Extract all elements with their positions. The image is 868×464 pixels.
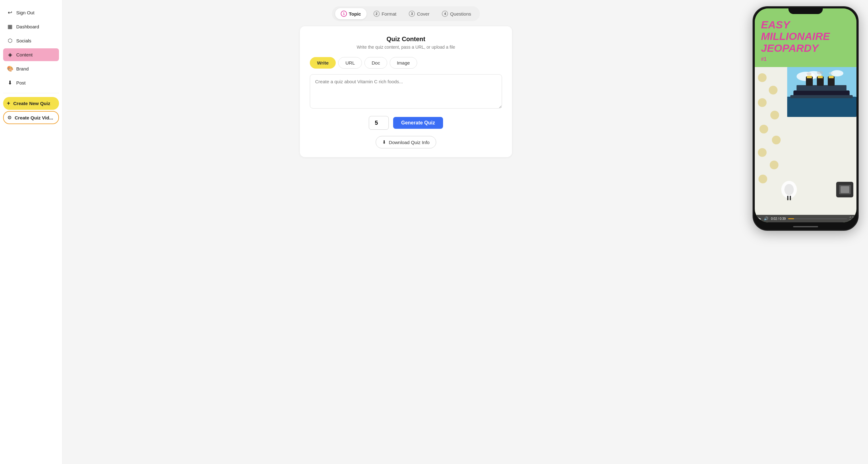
svg-rect-11 xyxy=(818,76,823,78)
content-icon: ◈ xyxy=(7,52,13,58)
svg-point-14 xyxy=(807,72,811,75)
svg-rect-13 xyxy=(829,76,834,78)
svg-rect-18 xyxy=(787,196,788,200)
phone-top-section: EASY MILLIONAIRE JEOPARDY #1 xyxy=(755,8,857,67)
sidebar-divider xyxy=(3,93,59,93)
phone-notch xyxy=(788,7,823,14)
tab-questions[interactable]: 4 Questions xyxy=(436,8,477,19)
phone-bottom-section: ▶ 🔊 0:02 / 0:39 ⛶ xyxy=(755,67,857,222)
quiz-card-title: Quiz Content xyxy=(310,36,502,43)
sign-out-icon: ↩ xyxy=(7,9,13,16)
quiz-content-textarea[interactable] xyxy=(310,74,502,108)
video-time: 0:02 / 0:39 xyxy=(771,217,786,221)
input-method-tabs: Write URL Doc Image xyxy=(310,57,502,69)
tab-num-topic: 1 xyxy=(341,10,347,17)
sidebar-item-content[interactable]: ◈ Content xyxy=(3,48,59,61)
create-new-quiz-button[interactable]: + Create New Quiz xyxy=(3,97,59,110)
sidebar-item-post[interactable]: ⬇ Post xyxy=(3,76,59,89)
input-tab-url[interactable]: URL xyxy=(338,57,362,69)
svg-point-20 xyxy=(784,184,794,195)
quiz-controls: Generate Quiz xyxy=(310,116,502,130)
video-progress-fill xyxy=(788,218,794,219)
sidebar-item-dashboard[interactable]: ▦ Dashboard xyxy=(3,20,59,33)
video-volume-icon[interactable]: 🔊 xyxy=(764,217,769,221)
svg-rect-7 xyxy=(797,85,846,91)
svg-rect-4 xyxy=(787,97,856,117)
tab-num-format: 2 xyxy=(373,10,380,17)
quiz-card-subtitle: Write the quiz content, pass a URL, or u… xyxy=(310,44,502,49)
quiz-content-card: Quiz Content Write the quiz content, pas… xyxy=(300,26,512,157)
svg-point-16 xyxy=(829,72,833,74)
sidebar-item-brand[interactable]: 🎨 Brand xyxy=(3,62,59,75)
input-tab-doc[interactable]: Doc xyxy=(365,57,387,69)
download-icon: ⬇ xyxy=(382,139,386,145)
svg-rect-6 xyxy=(790,95,853,98)
brand-icon: 🎨 xyxy=(7,65,13,72)
socials-icon: ⬡ xyxy=(7,37,13,44)
input-tab-image[interactable]: Image xyxy=(390,57,417,69)
video-play-icon[interactable]: ▶ xyxy=(758,216,761,221)
sidebar-item-sign-out[interactable]: ↩ Sign Out xyxy=(3,6,59,19)
phone-preview-badge: #1 xyxy=(761,57,850,62)
phone-preview-title: EASY MILLIONAIRE JEOPARDY xyxy=(761,19,850,54)
main-content: 1 Topic 2 Format 3 Cover 4 Questions Qui… xyxy=(62,0,749,464)
plus-icon: + xyxy=(7,100,10,107)
post-icon: ⬇ xyxy=(7,79,13,86)
input-tab-write[interactable]: Write xyxy=(310,57,336,69)
generate-quiz-button[interactable]: Generate Quiz xyxy=(393,117,443,129)
video-icon: ⊙ xyxy=(7,115,11,120)
tv-item xyxy=(836,182,853,197)
question-quantity-input[interactable] xyxy=(369,116,389,130)
phone-bottom-bar xyxy=(753,224,858,230)
svg-rect-19 xyxy=(790,196,791,200)
ship-image xyxy=(787,67,857,117)
home-indicator xyxy=(793,226,818,227)
phone-frame: EASY MILLIONAIRE JEOPARDY #1 xyxy=(752,6,859,231)
download-quiz-info-button[interactable]: ⬇ Download Quiz Info xyxy=(376,136,436,148)
create-quiz-vid-button[interactable]: ⊙ Create Quiz Vid... xyxy=(3,111,59,124)
phone-screen: EASY MILLIONAIRE JEOPARDY #1 xyxy=(755,8,857,222)
sidebar-item-socials[interactable]: ⬡ Socials xyxy=(3,34,59,47)
tab-topic[interactable]: 1 Topic xyxy=(335,8,367,19)
phone-video-controls: ▶ 🔊 0:02 / 0:39 ⛶ xyxy=(755,215,857,222)
sidebar: ↩ Sign Out ▦ Dashboard ⬡ Socials ◈ Conte… xyxy=(0,0,62,464)
svg-rect-9 xyxy=(807,76,812,78)
tab-num-cover: 3 xyxy=(409,10,415,17)
chair-item xyxy=(780,179,799,200)
video-progress-bar[interactable] xyxy=(788,218,847,219)
video-fullscreen-icon[interactable]: ⛶ xyxy=(849,217,853,221)
dashboard-icon: ▦ xyxy=(7,23,13,30)
svg-point-15 xyxy=(817,71,823,74)
tab-num-questions: 4 xyxy=(442,10,448,17)
tab-format[interactable]: 2 Format xyxy=(368,8,402,19)
phone-preview: EASY MILLIONAIRE JEOPARDY #1 xyxy=(749,0,868,464)
tab-cover[interactable]: 3 Cover xyxy=(403,8,435,19)
wizard-tabs: 1 Topic 2 Format 3 Cover 4 Questions xyxy=(332,6,480,21)
